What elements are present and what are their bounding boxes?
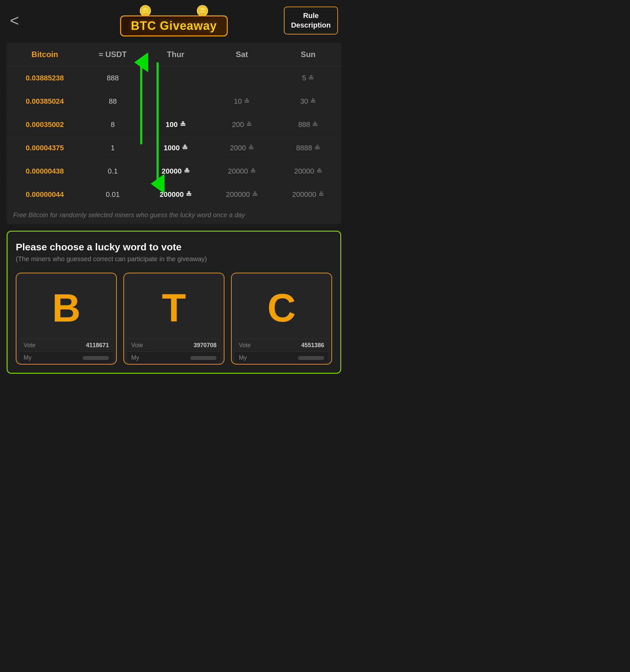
thur-value: 20000 ≗ <box>142 160 209 183</box>
usdt-value: 0.01 <box>83 183 142 207</box>
sun-value: 888 ≗ <box>275 113 341 137</box>
table-row: 0.03885238 888 5 ≗ <box>6 67 341 90</box>
col-header-sun: Sun <box>275 43 341 67</box>
vote-card-c[interactable]: C Vote 4551386 My <box>231 273 332 364</box>
my-vote-row: My <box>20 352 113 364</box>
thur-value <box>142 67 209 90</box>
reward-table: Bitcoin ≈ USDT Thur Sat Sun 0.03885238 8… <box>6 43 341 206</box>
sun-value: 5 ≗ <box>275 67 341 90</box>
sat-value <box>209 67 275 90</box>
col-header-sat: Sat <box>209 43 275 67</box>
table-row: 0.00035002 8 100 ≗ 200 ≗ 888 ≗ <box>6 113 341 137</box>
table-row: 0.00000044 0.01 200000 ≗ 200000 ≗ 200000… <box>6 183 341 207</box>
table-row: 0.00385024 88 10 ≗ 30 ≗ <box>6 90 341 113</box>
col-header-usdt: ≈ USDT <box>83 43 142 67</box>
rule-description-button[interactable]: Rule Description <box>284 6 338 34</box>
vote-label: Vote <box>24 342 35 349</box>
my-vote-bar <box>190 356 217 360</box>
sat-value: 20000 ≗ <box>209 160 275 183</box>
vote-title: Please choose a lucky word to vote <box>16 241 332 253</box>
bitcoin-value: 0.00000044 <box>6 183 83 207</box>
title-area: 🪙 🪙 BTC Giveaway <box>120 5 228 37</box>
sun-value: 8888 ≗ <box>275 137 341 160</box>
col-header-bitcoin: Bitcoin <box>6 43 83 67</box>
my-vote-bar <box>298 356 324 360</box>
my-vote-row: My <box>235 352 328 364</box>
col-header-thur: Thur <box>142 43 209 67</box>
bitcoin-value: 0.03885238 <box>6 67 83 90</box>
my-vote-row: My <box>127 352 220 364</box>
header: < 🪙 🪙 BTC Giveaway Rule Description <box>0 0 348 38</box>
sat-value: 200000 ≗ <box>209 183 275 207</box>
title-badge: BTC Giveaway <box>120 16 228 37</box>
vote-count-row: Vote 4118671 <box>20 339 113 352</box>
table-footnote: Free Bitcoin for randomly selected miner… <box>6 206 341 224</box>
vote-section: Please choose a lucky word to vote (The … <box>6 231 341 374</box>
bitcoin-value: 0.00385024 <box>6 90 83 113</box>
vote-letter: B <box>52 280 81 336</box>
vote-card-t[interactable]: T Vote 3970708 My <box>123 273 224 364</box>
sun-value: 20000 ≗ <box>275 160 341 183</box>
thur-value: 200000 ≗ <box>142 183 209 207</box>
vote-cards: B Vote 4118671 My T Vote 3970708 My C <box>16 273 332 364</box>
vote-count-row: Vote 4551386 <box>235 339 328 352</box>
vote-count: 4118671 <box>86 342 109 349</box>
back-button[interactable]: < <box>10 13 19 28</box>
usdt-value: 0.1 <box>83 160 142 183</box>
vote-count-row: Vote 3970708 <box>127 339 220 352</box>
my-vote-bar <box>83 356 109 360</box>
sat-value: 200 ≗ <box>209 113 275 137</box>
my-label: My <box>131 354 139 361</box>
thur-value: 1000 ≗ <box>142 137 209 160</box>
bitcoin-value: 0.00035002 <box>6 113 83 137</box>
sun-value: 30 ≗ <box>275 90 341 113</box>
vote-info: Vote 4551386 My <box>235 339 328 364</box>
sat-value: 10 ≗ <box>209 90 275 113</box>
vote-label: Vote <box>131 342 143 349</box>
vote-subtitle: (The miners who guessed correct can part… <box>16 255 332 263</box>
my-label: My <box>24 354 31 361</box>
bitcoin-value: 0.00000438 <box>6 160 83 183</box>
usdt-value: 88 <box>83 90 142 113</box>
vote-letter: T <box>162 280 186 336</box>
page-title: BTC Giveaway <box>131 19 217 32</box>
vote-info: Vote 4118671 My <box>20 339 113 364</box>
reward-table-section: Bitcoin ≈ USDT Thur Sat Sun 0.03885238 8… <box>6 43 341 224</box>
sat-value: 2000 ≗ <box>209 137 275 160</box>
vote-count: 3970708 <box>194 342 217 349</box>
thur-value: 100 ≗ <box>142 113 209 137</box>
usdt-value: 888 <box>83 67 142 90</box>
vote-count: 4551386 <box>301 342 324 349</box>
vote-letter: C <box>267 280 296 336</box>
table-row: 0.00004375 1 1000 ≗ 2000 ≗ 8888 ≗ <box>6 137 341 160</box>
my-label: My <box>239 354 247 361</box>
bitcoin-value: 0.00004375 <box>6 137 83 160</box>
vote-label: Vote <box>239 342 251 349</box>
sun-value: 200000 ≗ <box>275 183 341 207</box>
usdt-value: 1 <box>83 137 142 160</box>
vote-info: Vote 3970708 My <box>127 339 220 364</box>
table-row: 0.00000438 0.1 20000 ≗ 20000 ≗ 20000 ≗ <box>6 160 341 183</box>
thur-value <box>142 90 209 113</box>
usdt-value: 8 <box>83 113 142 137</box>
vote-card-b[interactable]: B Vote 4118671 My <box>16 273 117 364</box>
